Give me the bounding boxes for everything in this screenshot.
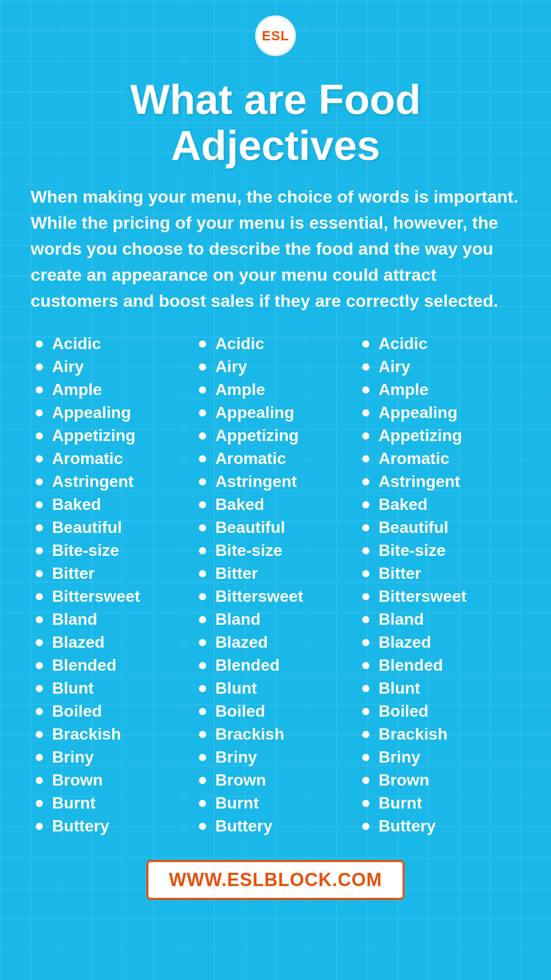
bullet-icon [199,800,206,807]
list-item-label: Bite-size [52,541,119,560]
list-item-label: Airy [379,357,410,376]
list-item-label: Buttery [215,817,272,836]
bullet-icon [362,754,369,761]
bullet-icon [36,593,43,600]
bullet-icon [362,386,369,394]
bullet-icon [362,547,369,554]
list-item-label: Beautiful [52,518,122,537]
list-item-label: Airy [52,357,84,376]
list-item-label: Boiled [52,702,102,721]
bullet-icon [199,501,206,508]
bullet-icon [36,570,43,577]
list-item-label: Airy [215,357,247,376]
footer: WWW.ESLBLOCK.COM [31,860,520,915]
bullet-icon [199,478,206,485]
bullet-icon [362,593,369,600]
list-item: Briny [36,748,189,767]
list-item-label: Blended [379,656,443,675]
list-item: Bland [362,610,515,629]
list-item: Boiled [199,702,352,721]
list-item-label: Buttery [52,817,109,836]
list-item: Blunt [362,679,515,698]
list-item: Brown [199,771,352,790]
list-item-label: Briny [52,748,94,767]
bullet-icon [36,662,43,669]
list-item: Baked [362,495,515,514]
list-item: Baked [199,495,352,514]
list-item-label: Bitter [379,564,421,583]
list-item: Boiled [36,702,189,721]
list-item: Acidic [36,334,189,353]
list-item: Beautiful [36,518,189,537]
bullet-icon [36,754,43,761]
list-item-label: Appetizing [215,426,299,445]
list-item-label: Burnt [379,794,422,813]
bullet-icon [36,340,43,348]
list-item: Baked [36,495,189,514]
description-text: When making your menu, the choice of wor… [31,184,520,314]
bullet-icon [362,639,369,646]
list-item: Ample [199,380,352,399]
list-item: Bite-size [36,541,189,560]
bullet-icon [199,823,206,830]
list-item: Aromatic [362,449,515,468]
list-item-label: Bittersweet [215,587,304,606]
list-item: Airy [199,357,352,376]
list-item-label: Brown [379,771,430,790]
list-item-label: Acidic [379,334,428,353]
list-item: Briny [199,748,352,767]
list-item: Bitter [199,564,352,583]
list-item-label: Appealing [379,403,458,422]
list-item: Buttery [199,817,352,836]
bullet-icon [199,455,206,462]
bullet-icon [199,616,206,623]
list-item-label: Bland [215,610,261,629]
list-item-label: Beautiful [215,518,285,537]
list-item: Bittersweet [199,587,352,606]
bullet-icon [36,478,43,485]
list-item: Appealing [199,403,352,422]
list-item-label: Blazed [379,633,431,652]
bullet-icon [199,639,206,646]
list-item-label: Briny [379,748,420,767]
list-item-label: Blazed [52,633,105,652]
list-item-label: Bitter [52,564,95,583]
list-item: Blunt [199,679,352,698]
bullet-icon [362,432,369,439]
list-item: Brown [36,771,189,790]
bullet-icon [36,731,43,738]
list-item: Blunt [36,679,189,698]
list-item: Blended [36,656,189,675]
list-item: Airy [36,357,189,376]
bullet-icon [199,363,206,371]
bullet-icon [362,340,369,348]
list-item-label: Blunt [379,679,420,698]
column-3: AcidicAiryAmpleAppealingAppetizingAromat… [357,334,520,840]
bullet-icon [362,662,369,669]
bullet-icon [36,639,43,646]
bullet-icon [36,685,43,692]
bullet-icon [199,409,206,416]
page-title: What are Food Adjectives [31,77,520,168]
bullet-icon [36,524,43,531]
list-item: Acidic [199,334,352,353]
bullet-icon [199,340,206,348]
bullet-icon [199,662,206,669]
list-item: Bitter [362,564,515,583]
list-item-label: Boiled [215,702,265,721]
bullet-icon [362,777,369,784]
bullet-icon [362,363,369,371]
list-item: Brackish [199,725,352,744]
logo-text: ESL [262,28,289,44]
list-item-label: Brackish [379,725,447,744]
list-item: Airy [362,357,515,376]
list-item: Blazed [199,633,352,652]
footer-url-text: WWW.ESLBLOCK.COM [169,869,382,890]
list-item-label: Baked [215,495,264,514]
bullet-icon [199,570,206,577]
bullet-icon [36,501,43,508]
list-item-label: Appetizing [52,426,136,445]
bullet-icon [36,363,43,371]
list-item-label: Brown [52,771,103,790]
list-item-label: Appealing [52,403,131,422]
